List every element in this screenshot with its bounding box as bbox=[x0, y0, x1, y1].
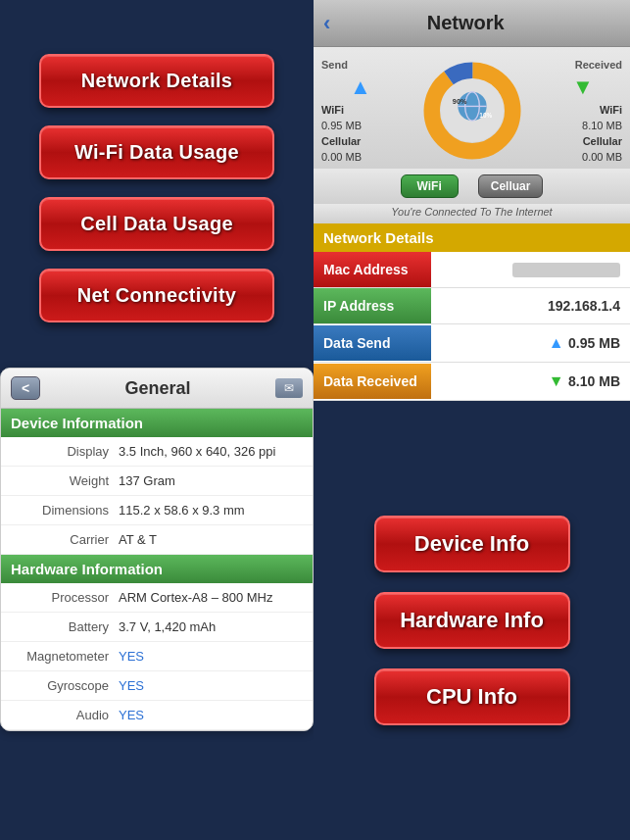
network-details-button[interactable]: Network Details bbox=[39, 54, 274, 108]
gyroscope-label: Gyroscope bbox=[11, 678, 119, 693]
network-back-arrow[interactable]: ‹ bbox=[323, 11, 330, 36]
network-header: ‹ Network bbox=[314, 0, 630, 47]
wifi-tab[interactable]: WiFi bbox=[401, 174, 459, 198]
display-label: Display bbox=[11, 444, 119, 459]
send-wifi-value: 0.95 MB bbox=[321, 120, 400, 131]
data-send-value: ▲ 0.95 MB bbox=[431, 324, 630, 362]
net-connectivity-button[interactable]: Net Connectivity bbox=[39, 269, 274, 322]
carrier-value: AT & T bbox=[119, 532, 303, 547]
network-details-section: Network Details Mac Address ●●●●●●●●●●●●… bbox=[314, 223, 630, 401]
dimensions-value: 115.2 x 58.6 x 9.3 mm bbox=[119, 503, 303, 518]
send-wifi-type: WiFi bbox=[321, 104, 400, 116]
magnetometer-label: Magnetometer bbox=[11, 649, 119, 664]
send-arrow-icon: ▲ bbox=[350, 74, 371, 100]
mail-icon[interactable]: ✉ bbox=[275, 378, 303, 398]
donut-chart: 90% 10% bbox=[418, 57, 526, 165]
received-cellular-value: 0.00 MB bbox=[544, 151, 622, 163]
send-cellular-value: 0.00 MB bbox=[321, 151, 400, 163]
mac-row: Mac Address ●●●●●●●●●●●●●● bbox=[314, 252, 630, 288]
battery-row: Battery 3.7 V, 1,420 mAh bbox=[1, 613, 313, 642]
display-row: Display 3.5 Inch, 960 x 640, 326 ppi bbox=[1, 437, 313, 467]
received-cellular-type: Cellular bbox=[544, 135, 622, 147]
network-title: Network bbox=[340, 12, 591, 34]
received-arrow-icon: ▼ bbox=[572, 74, 594, 100]
cell-data-usage-button[interactable]: Cell Data Usage bbox=[39, 197, 274, 251]
wifi-data-usage-button[interactable]: Wi-Fi Data Usage bbox=[39, 125, 274, 179]
battery-value: 3.7 V, 1,420 mAh bbox=[119, 619, 303, 634]
info-panel: < General ✉ Device Information Display 3… bbox=[0, 368, 314, 731]
send-label: Send bbox=[321, 59, 400, 71]
audio-label: Audio bbox=[11, 708, 119, 722]
donut-chart-container: 90% 10% bbox=[400, 57, 544, 165]
battery-label: Battery bbox=[11, 619, 119, 634]
magnetometer-row: Magnetometer YES bbox=[1, 642, 313, 671]
svg-text:10%: 10% bbox=[479, 112, 492, 119]
hardware-info-header: Hardware Information bbox=[1, 555, 313, 583]
panel-title: General bbox=[40, 378, 275, 399]
carrier-row: Carrier AT & T bbox=[1, 525, 313, 555]
device-info-button[interactable]: Device Info bbox=[374, 516, 570, 572]
carrier-label: Carrier bbox=[11, 532, 119, 547]
cellular-tab[interactable]: Celluar bbox=[478, 174, 544, 198]
weight-row: Weight 137 Gram bbox=[1, 467, 313, 496]
ip-value: 192.168.1.4 bbox=[431, 288, 630, 323]
received-down-arrow-icon: ▼ bbox=[549, 372, 568, 389]
audio-value: YES bbox=[119, 708, 303, 722]
cpu-info-button[interactable]: CPU Info bbox=[374, 668, 570, 725]
hardware-info-button[interactable]: Hardware Info bbox=[374, 592, 570, 649]
connected-text: You're Connected To The Internet bbox=[314, 204, 630, 223]
mac-value: ●●●●●●●●●●●●●● bbox=[431, 252, 630, 287]
received-wifi-type: WiFi bbox=[544, 104, 622, 116]
svg-text:90%: 90% bbox=[452, 97, 466, 106]
data-received-row: Data Received ▼ 8.10 MB bbox=[314, 363, 630, 401]
mac-label: Mac Address bbox=[314, 252, 431, 287]
processor-label: Processor bbox=[11, 590, 119, 605]
connectivity-tabs: WiFi Celluar bbox=[314, 169, 630, 204]
send-stats: Send ▲ WiFi 0.95 MB Cellular 0.00 MB bbox=[321, 59, 400, 163]
network-details-header: Network Details bbox=[314, 223, 630, 252]
received-wifi-value: 8.10 MB bbox=[544, 120, 622, 131]
display-value: 3.5 Inch, 960 x 640, 326 ppi bbox=[119, 444, 303, 459]
mac-blurred: ●●●●●●●●●●●●●● bbox=[512, 263, 620, 277]
send-cellular-type: Cellular bbox=[321, 135, 400, 147]
data-send-row: Data Send ▲ 0.95 MB bbox=[314, 324, 630, 363]
processor-row: Processor ARM Cortex-A8 – 800 MHz bbox=[1, 583, 313, 613]
chart-area: Send ▲ WiFi 0.95 MB Cellular 0.00 MB bbox=[314, 47, 630, 169]
dimensions-label: Dimensions bbox=[11, 503, 119, 518]
received-stats: Received ▼ WiFi 8.10 MB Cellular 0.00 MB bbox=[544, 59, 622, 163]
processor-value: ARM Cortex-A8 – 800 MHz bbox=[119, 590, 303, 605]
right-panel: ‹ Network Send ▲ WiFi 0.95 MB Cellular 0… bbox=[314, 0, 630, 840]
back-button[interactable]: < bbox=[11, 376, 40, 400]
data-received-label: Data Received bbox=[314, 364, 431, 399]
magnetometer-value: YES bbox=[119, 649, 303, 664]
weight-label: Weight bbox=[11, 473, 119, 488]
data-received-value: ▼ 8.10 MB bbox=[431, 363, 630, 400]
send-up-arrow-icon: ▲ bbox=[549, 334, 568, 351]
ip-label: IP Address bbox=[314, 288, 431, 323]
gyroscope-value: YES bbox=[119, 678, 303, 693]
right-bottom-buttons: Device Info Hardware Info CPU Info bbox=[314, 401, 630, 840]
dimensions-row: Dimensions 115.2 x 58.6 x 9.3 mm bbox=[1, 496, 313, 525]
ip-row: IP Address 192.168.1.4 bbox=[314, 288, 630, 324]
device-info-header: Device Information bbox=[1, 409, 313, 437]
gyroscope-row: Gyroscope YES bbox=[1, 671, 313, 701]
data-send-label: Data Send bbox=[314, 325, 431, 361]
received-label: Received bbox=[544, 59, 622, 71]
panel-header: < General ✉ bbox=[1, 369, 313, 409]
audio-row: Audio YES bbox=[1, 701, 313, 730]
weight-value: 137 Gram bbox=[119, 473, 303, 488]
